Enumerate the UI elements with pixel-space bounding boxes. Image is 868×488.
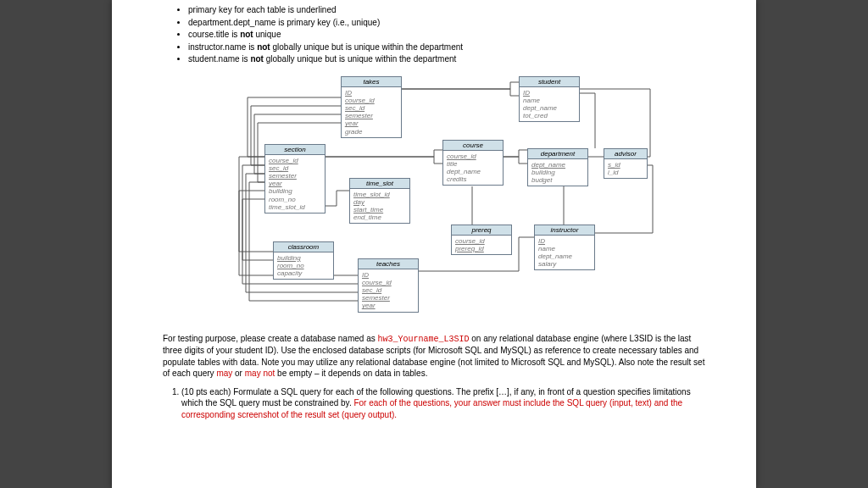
entity-title: takes — [342, 77, 401, 87]
entity-attr: prereq_id — [455, 245, 508, 252]
entity-title: student — [520, 77, 579, 87]
entity-title: prereq — [452, 225, 511, 236]
entity-attr: ID — [523, 89, 576, 97]
entity-attr: year — [345, 119, 398, 127]
entity-attr: sec_id — [362, 286, 415, 294]
entity-attr: time_slot_id — [269, 203, 321, 211]
entity-department: departmentdept_namebuildingbudget — [527, 148, 588, 187]
entity-attr: start_time — [353, 206, 406, 214]
assumptions-list: primary key for each table is underlined… — [163, 4, 705, 65]
bullet-item: course.title is not unique — [188, 29, 705, 41]
bullet-item: student.name is not globally unique but … — [188, 53, 705, 65]
entity-attr: title — [447, 160, 499, 168]
entity-prereq: prereqcourse_idprereq_id — [451, 225, 512, 256]
entity-attr: sec_id — [345, 104, 398, 112]
entity-attr: tot_cred — [523, 112, 576, 119]
entity-attr: room_no — [277, 262, 330, 269]
entity-attr: semester — [345, 112, 398, 119]
entity-body: course_idtitledept_namecredits — [443, 151, 503, 186]
entity-advisor: advisors_idi_id — [604, 148, 648, 180]
entity-attr: day — [353, 198, 406, 206]
entity-instructor: instructorIDnamedept_namesalary — [534, 225, 595, 271]
entity-body: time_slot_iddaystart_timeend_time — [350, 189, 409, 224]
entity-title: teaches — [359, 259, 418, 269]
entity-attr: grade — [345, 128, 398, 136]
entity-attr: time_slot_id — [353, 191, 406, 198]
entity-attr: dept_name — [531, 161, 584, 169]
instructions-paragraph: For testing purpose, please create a dat… — [163, 333, 705, 380]
entity-attr: dept_name — [538, 252, 591, 260]
entity-attr: course_id — [447, 152, 499, 160]
entity-time_slot: time_slottime_slot_iddaystart_timeend_ti… — [349, 178, 410, 225]
entity-attr: semester — [362, 294, 415, 302]
entity-attr: year — [269, 180, 321, 187]
document-page: primary key for each table is underlined… — [112, 0, 756, 488]
entity-attr: dept_name — [523, 104, 576, 112]
entity-attr: building — [531, 169, 584, 176]
entity-attr: end_time — [353, 214, 406, 221]
entity-attr: salary — [538, 260, 591, 268]
entity-title: time_slot — [350, 179, 409, 189]
entity-attr: dept_name — [447, 168, 499, 175]
entity-attr: ID — [538, 237, 591, 245]
entity-attr: name — [523, 97, 576, 104]
entity-attr: s_id — [608, 161, 643, 169]
entity-title: department — [528, 149, 587, 159]
entity-attr: course_id — [455, 237, 508, 245]
database-name-code: hw3_Yourname_L3SID — [378, 335, 470, 344]
entity-attr: ID — [345, 89, 398, 97]
entity-attr: i_id — [608, 169, 643, 176]
entity-attr: ID — [362, 271, 415, 279]
entity-title: classroom — [274, 242, 333, 252]
entity-attr: semester — [269, 172, 321, 180]
entity-attr: capacity — [277, 269, 330, 277]
entity-attr: budget — [531, 176, 584, 184]
entity-teaches: teachesIDcourse_idsec_idsemesteryear — [358, 258, 419, 313]
schema-diagram: takesIDcourse_idsec_idsemesteryeargrades… — [214, 72, 654, 326]
entity-takes: takesIDcourse_idsec_idsemesteryeargrade — [341, 76, 402, 138]
entity-attr: building — [277, 254, 330, 262]
entity-attr: credits — [447, 175, 499, 183]
question-list: (10 pts each) Formulate a SQL query for … — [163, 386, 705, 421]
entity-attr: year — [362, 302, 415, 309]
entity-title: section — [265, 145, 325, 155]
entity-attr: course_id — [362, 279, 415, 286]
entity-section: sectioncourse_idsec_idsemesteryearbuildi… — [264, 144, 326, 214]
entity-classroom: classroombuildingroom_nocapacity — [273, 241, 334, 280]
entity-attr: building — [269, 187, 321, 195]
entity-attr: name — [538, 245, 591, 252]
entity-body: IDnamedept_namesalary — [535, 236, 594, 270]
bullet-item: primary key for each table is underlined — [188, 4, 705, 16]
entity-attr: sec_id — [269, 164, 321, 172]
entity-body: dept_namebuildingbudget — [528, 159, 587, 186]
bullet-item: instructor.name is not globally unique b… — [188, 42, 705, 53]
entity-title: instructor — [535, 225, 594, 236]
entity-attr: course_id — [269, 157, 321, 164]
entity-title: course — [443, 141, 503, 151]
question-item: (10 pts each) Formulate a SQL query for … — [181, 386, 705, 421]
entity-body: course_idsec_idsemesteryearbuildingroom_… — [265, 155, 325, 213]
entity-body: IDcourse_idsec_idsemesteryeargrade — [342, 87, 401, 137]
entity-body: IDnamedept_nametot_cred — [520, 87, 579, 122]
entity-student: studentIDnamedept_nametot_cred — [519, 76, 580, 123]
bullet-item: department.dept_name is primary key (i.e… — [188, 17, 705, 29]
entity-body: course_idprereq_id — [452, 236, 511, 254]
entity-title: advisor — [604, 149, 647, 159]
entity-course: coursecourse_idtitledept_namecredits — [442, 140, 504, 186]
entity-body: buildingroom_nocapacity — [274, 252, 333, 280]
entity-attr: course_id — [345, 97, 398, 104]
entity-body: IDcourse_idsec_idsemesteryear — [359, 269, 418, 312]
entity-body: s_idi_id — [604, 159, 647, 178]
entity-attr: room_no — [269, 196, 321, 203]
